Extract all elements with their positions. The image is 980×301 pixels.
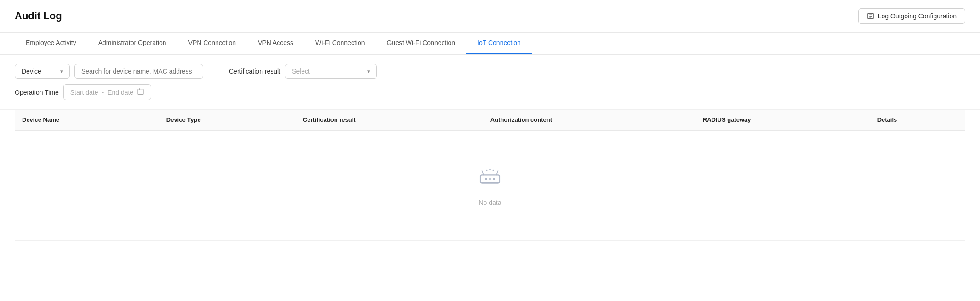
tab-bar: Employee Activity Administrator Operatio…: [0, 33, 980, 55]
tab-iot-connection[interactable]: IoT Connection: [466, 33, 532, 54]
table-container: Device Name Device Type Certification re…: [0, 110, 980, 241]
col-authorization-content: Authorization content: [483, 110, 695, 130]
svg-rect-17: [480, 182, 500, 183]
col-device-type: Device Type: [159, 110, 296, 130]
tab-employee-activity[interactable]: Employee Activity: [15, 33, 87, 54]
svg-line-12: [482, 171, 484, 175]
log-icon: [867, 12, 874, 20]
tab-vpn-access[interactable]: VPN Access: [247, 33, 304, 54]
tab-administrator-operation[interactable]: Administrator Operation: [87, 33, 177, 54]
iot-connection-table: Device Name Device Type Certification re…: [15, 110, 965, 241]
calendar-icon: [137, 88, 144, 97]
log-outgoing-config-button[interactable]: Log Outgoing Configuration: [858, 8, 965, 24]
log-button-label: Log Outgoing Configuration: [878, 12, 957, 20]
no-data-icon: [477, 165, 503, 192]
svg-point-15: [489, 178, 491, 180]
device-dropdown-label: Device: [22, 68, 57, 75]
tab-vpn-connection[interactable]: VPN Connection: [177, 33, 247, 54]
operation-time-label: Operation Time: [15, 89, 59, 96]
page-header: Audit Log Log Outgoing Configuration: [0, 0, 980, 33]
empty-state: No data: [22, 137, 958, 234]
col-details: Details: [870, 110, 965, 130]
table-header: Device Name Device Type Certification re…: [15, 110, 965, 130]
device-dropdown[interactable]: Device ▾: [15, 64, 70, 79]
cert-result-dropdown[interactable]: Select ▾: [285, 64, 377, 79]
svg-point-14: [485, 178, 487, 180]
cert-result-placeholder: Select: [292, 68, 364, 75]
filter-row-2: Operation Time Start date - End date: [15, 84, 965, 100]
filter-row-1: Device ▾ Certification result Select ▾: [15, 64, 965, 79]
date-separator: -: [102, 89, 104, 96]
col-device-name: Device Name: [15, 110, 159, 130]
svg-point-9: [489, 169, 491, 170]
col-radius-gateway: RADIUS gateway: [695, 110, 870, 130]
svg-line-13: [496, 171, 498, 175]
end-date-placeholder: End date: [108, 89, 133, 96]
svg-point-8: [486, 170, 488, 171]
operation-time-filter-group: Operation Time Start date - End date: [15, 84, 151, 100]
table-body: No data: [15, 130, 965, 241]
device-search-input[interactable]: [74, 64, 203, 79]
cert-result-filter-group: Certification result Select ▾: [229, 64, 377, 79]
page-title: Audit Log: [15, 10, 62, 22]
tab-wifi-connection[interactable]: Wi-Fi Connection: [304, 33, 376, 54]
tab-guest-wifi-connection[interactable]: Guest Wi-Fi Connection: [376, 33, 466, 54]
chevron-down-icon: ▾: [367, 68, 370, 74]
device-filter-group: Device ▾: [15, 64, 203, 79]
cert-result-label: Certification result: [229, 68, 280, 75]
svg-rect-4: [138, 89, 143, 95]
svg-point-16: [493, 178, 495, 180]
svg-point-10: [492, 170, 494, 171]
empty-state-cell: No data: [15, 130, 965, 241]
date-range-picker[interactable]: Start date - End date: [63, 84, 151, 100]
col-certification-result: Certification result: [296, 110, 483, 130]
filters-section: Device ▾ Certification result Select ▾ O…: [0, 55, 980, 110]
chevron-down-icon: ▾: [60, 68, 63, 74]
start-date-placeholder: Start date: [70, 89, 98, 96]
empty-state-text: No data: [479, 199, 501, 206]
